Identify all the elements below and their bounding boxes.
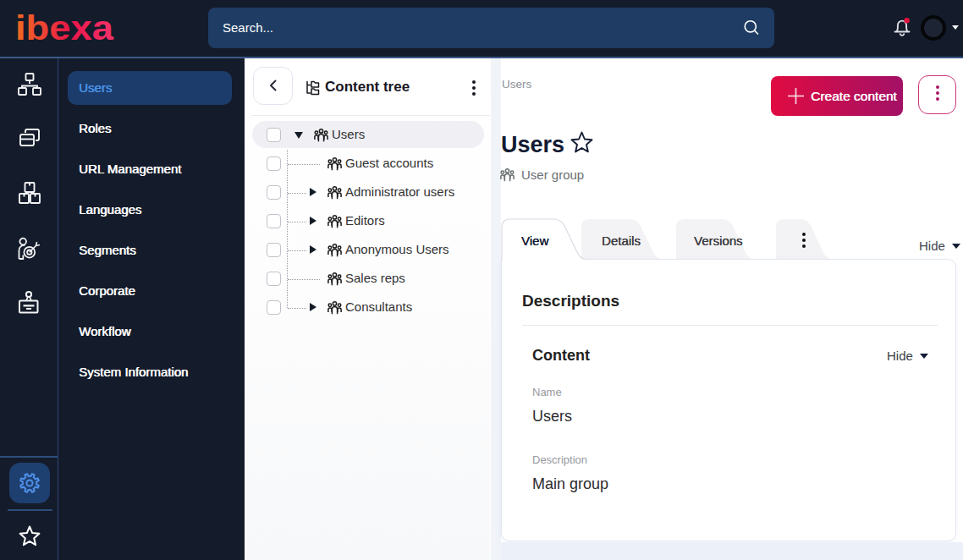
svg-text:ibexa: ibexa <box>15 14 114 44</box>
